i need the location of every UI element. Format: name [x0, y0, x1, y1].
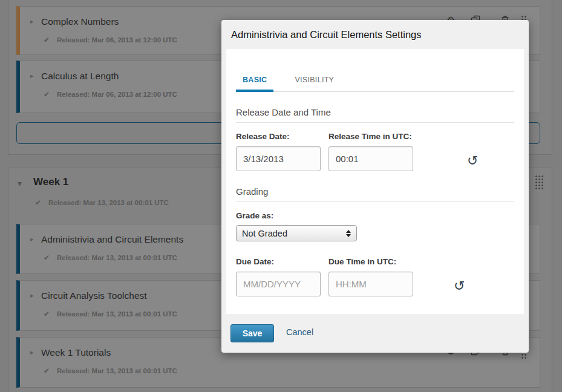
- grade-as-select[interactable]: Not Graded: [236, 225, 357, 241]
- tab-visibility[interactable]: VISIBILITY: [288, 76, 341, 91]
- grading-section-heading: Grading: [236, 187, 514, 202]
- select-arrows-icon: [346, 230, 351, 237]
- due-date-input[interactable]: [236, 272, 321, 296]
- modal-body: BASIC VISIBILITY Release Date and Time R…: [226, 49, 524, 314]
- release-date-label: Release Date:: [236, 132, 328, 141]
- modal-header: Administrivia and Circuit Elements Setti…: [221, 20, 529, 49]
- settings-form: Release Date and Time Release Date: Rele…: [226, 108, 524, 296]
- grade-as-selected-value: Not Graded: [242, 229, 287, 238]
- due-time-label: Due Time in UTC:: [328, 257, 434, 266]
- reset-release-icon[interactable]: ↺: [467, 150, 478, 171]
- cancel-button[interactable]: Cancel: [286, 327, 313, 337]
- release-time-input[interactable]: [328, 146, 413, 171]
- tab-basic[interactable]: BASIC: [236, 76, 273, 92]
- grade-as-label: Grade as:: [236, 211, 514, 220]
- subsection-settings-modal: Administrivia and Circuit Elements Setti…: [221, 20, 529, 353]
- release-section-heading: Release Date and Time: [236, 108, 514, 123]
- settings-tabs: BASIC VISIBILITY: [236, 76, 514, 92]
- release-date-input[interactable]: [236, 146, 321, 171]
- release-time-label: Release Time in UTC:: [328, 132, 434, 141]
- due-time-input[interactable]: [328, 272, 413, 296]
- modal-title: Administrivia and Circuit Elements Setti…: [231, 29, 422, 41]
- save-button[interactable]: Save: [230, 324, 274, 342]
- due-date-label: Due Date:: [236, 257, 328, 266]
- reset-due-icon[interactable]: ↺: [454, 275, 465, 296]
- modal-footer: Save Cancel: [221, 314, 529, 353]
